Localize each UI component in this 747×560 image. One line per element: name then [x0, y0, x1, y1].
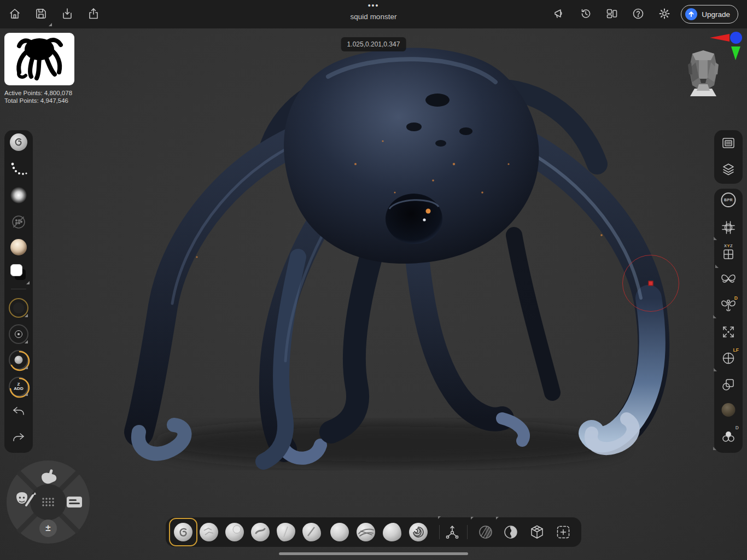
announcements-button[interactable] [551, 7, 568, 23]
layout-icon [605, 7, 618, 22]
mask-icon [477, 524, 494, 540]
submenu-indicator [714, 237, 717, 240]
active-points: Active Points: 4,800,078 [4, 90, 72, 97]
voxel-cube-icon [529, 524, 545, 540]
grid-plane-button[interactable] [721, 220, 736, 235]
current-brush-button[interactable] [10, 133, 27, 151]
brush-pinch[interactable] [277, 523, 295, 541]
gizmo-icon [443, 523, 461, 541]
right-panel-toggles [714, 130, 743, 184]
history-button[interactable] [577, 7, 594, 23]
points-stats: Active Points: 4,800,078 Total Points: 4… [4, 90, 72, 104]
multires-spheres-icon [720, 429, 737, 445]
interface-layout-button[interactable] [604, 7, 620, 23]
toolbar-divider [439, 525, 440, 539]
export-button[interactable] [85, 7, 102, 23]
brush-clay-swirl[interactable] [174, 523, 192, 541]
brush-thumb-scrape [357, 523, 375, 541]
tool-mask[interactable] [477, 524, 494, 540]
brush-inflate[interactable] [225, 523, 244, 541]
brush-thumb-twirl [409, 523, 428, 541]
multires-button[interactable]: D [720, 429, 737, 445]
falloff-dot-icon [10, 187, 27, 203]
settings-button[interactable] [656, 7, 673, 23]
matcap-sphere-icon [722, 403, 736, 417]
brush-scrape[interactable] [357, 523, 375, 541]
history-clock-icon [579, 7, 592, 22]
upgrade-arrow-icon [685, 8, 697, 20]
axis-z-ball [730, 32, 742, 44]
bpr-render-button[interactable]: BPR [721, 192, 736, 207]
brush-thumb-clay-rough [200, 523, 218, 541]
zoom-shortcut-button[interactable]: ± [39, 520, 57, 537]
brush-move[interactable] [251, 523, 270, 541]
tool-insert-primitive[interactable] [555, 524, 571, 540]
falloff-button[interactable] [10, 187, 27, 203]
redo-button[interactable] [11, 431, 26, 446]
instance-button[interactable] [721, 377, 736, 392]
submenu-indicator [25, 314, 28, 317]
brush-clay-rough[interactable] [200, 523, 218, 541]
matcap-button[interactable] [722, 403, 736, 417]
stroke-type-button[interactable] [10, 161, 27, 179]
import-icon [61, 7, 74, 22]
scene-menu-button[interactable] [721, 136, 736, 151]
brush-toolbar [166, 517, 581, 547]
snap-cube-button[interactable]: XYZ [722, 243, 734, 260]
home-icon [8, 7, 21, 22]
material-button[interactable] [10, 239, 27, 255]
submenu-indicator [25, 366, 28, 369]
help-icon [632, 7, 645, 22]
axis-gizmo[interactable] [709, 30, 745, 61]
brush-smooth[interactable] [330, 523, 349, 541]
submenu-indicator [714, 368, 717, 371]
radius-dial[interactable] [9, 324, 28, 344]
camera-sphere-button[interactable]: LF [721, 351, 736, 366]
intensity-dial[interactable] [9, 350, 28, 370]
axis-x-cone [710, 34, 730, 42]
selmask-icon [503, 524, 519, 540]
home-button[interactable] [7, 7, 23, 23]
undo-button[interactable] [11, 405, 26, 419]
paint-color-button[interactable] [9, 264, 28, 282]
save-icon [34, 7, 48, 22]
toolbar-divider [11, 289, 26, 289]
brush-thumb-move [251, 523, 270, 541]
tool-selmask[interactable] [503, 524, 519, 540]
silhouette-thumbnail[interactable] [4, 33, 74, 85]
app-stage: 1.025,0.201,0.347 ••• squid monster [0, 0, 747, 560]
document-menu-dots[interactable]: ••• [351, 2, 397, 9]
tool-voxel-remesh[interactable] [529, 524, 545, 540]
shortcut-wheel[interactable]: ± [5, 459, 91, 545]
brush-polish[interactable] [383, 523, 401, 541]
layers-button[interactable] [721, 162, 736, 177]
symmetry-button[interactable] [720, 271, 737, 287]
texture-off-button[interactable] [10, 213, 27, 231]
size-dial[interactable] [9, 298, 28, 318]
brush-thumb-clay-swirl [174, 523, 192, 541]
mirror-duplicate-button[interactable]: D [720, 298, 737, 313]
bpr-icon: BPR [721, 192, 736, 207]
brush-thumb-flatten [302, 523, 321, 541]
help-button[interactable] [630, 7, 646, 23]
import-button[interactable] [59, 7, 75, 23]
save-button[interactable] [33, 7, 49, 23]
brush-flatten[interactable] [302, 523, 321, 541]
silhouette-image [4, 33, 74, 85]
home-indicator[interactable] [279, 552, 468, 555]
wheel-center[interactable] [30, 484, 66, 520]
tool-gizmo[interactable] [443, 523, 461, 541]
brush-thumb-pinch [277, 523, 295, 541]
brush-twirl[interactable] [409, 523, 428, 541]
keyboard-shortcut-icon[interactable] [67, 497, 82, 508]
document-header[interactable]: ••• squid monster [351, 2, 397, 21]
xyz-z-label: Z [730, 243, 733, 248]
butterfly-icon [720, 271, 737, 287]
zadd-dial[interactable]: Z ADD [9, 377, 28, 396]
frame-view-button[interactable] [721, 324, 736, 340]
scene-menu-icon [721, 136, 736, 151]
undo-icon [11, 405, 26, 419]
brush-cursor-center [649, 281, 653, 286]
upgrade-button[interactable]: Upgrade [681, 5, 738, 24]
submenu-indicator [25, 340, 28, 343]
